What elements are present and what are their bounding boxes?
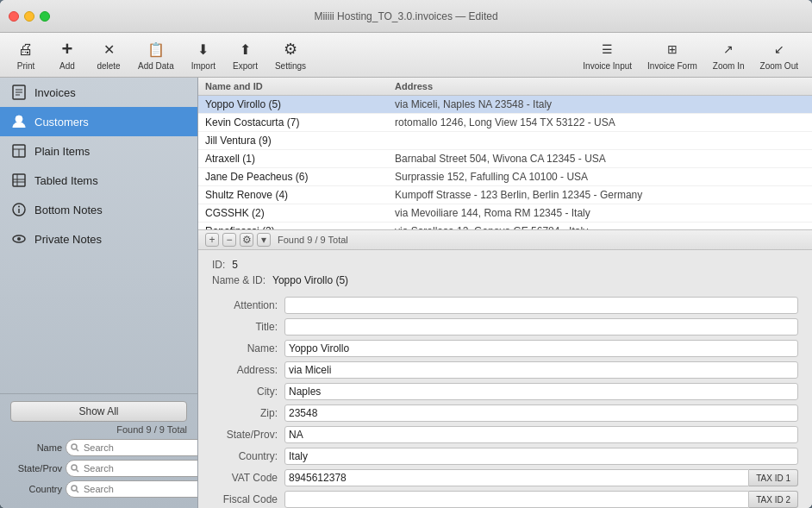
print-button[interactable]: 🖨 Print bbox=[7, 35, 45, 74]
zoom-out-icon: ↙ bbox=[769, 39, 790, 60]
row-name: Kevin Costacurta (7) bbox=[205, 116, 395, 129]
list-row[interactable]: Repofinassi (3) via Sarellosa 12, Genova… bbox=[198, 223, 812, 229]
list-row[interactable]: Jill Ventura (9) bbox=[198, 132, 812, 150]
settings-row-button[interactable]: ⚙ bbox=[240, 233, 253, 247]
tax-id-btn-8[interactable]: TAX ID 1 bbox=[749, 469, 798, 486]
info-icon bbox=[10, 201, 28, 218]
field-input-5[interactable] bbox=[284, 405, 798, 422]
list-row[interactable]: Jane De Peacheus (6) Surprassie 152, Faf… bbox=[198, 168, 812, 186]
close-button[interactable] bbox=[9, 11, 19, 22]
row-address: via Sarellosa 12, Genova GE 56784 - Ital… bbox=[395, 225, 805, 229]
sidebar-item-private-notes[interactable]: Private Notes bbox=[0, 224, 197, 254]
zoom-out-button[interactable]: ↙ Zoom Out bbox=[753, 35, 805, 74]
toolbar: 🖨 Print + Add ✕ delete 📋 Add Data ⬇ Impo… bbox=[0, 33, 812, 78]
id-value: 5 bbox=[232, 259, 238, 271]
add-button[interactable]: + Add bbox=[48, 35, 86, 74]
svg-point-16 bbox=[17, 237, 21, 241]
nav-row-button[interactable]: ▾ bbox=[257, 233, 271, 247]
delete-button[interactable]: ✕ delete bbox=[90, 35, 128, 74]
field-label-9: Fiscal Code bbox=[198, 493, 284, 505]
add-data-button[interactable]: 📋 Add Data bbox=[131, 35, 181, 74]
row-address: via Miceli, Naples NA 23548 - Italy bbox=[395, 98, 805, 110]
list-row[interactable]: CGSSHK (2) via Mevoiliare 144, Roma RM 1… bbox=[198, 204, 812, 223]
svg-point-4 bbox=[16, 116, 22, 122]
content-area: Name and ID Address Yoppo Virollo (5) vi… bbox=[198, 78, 812, 508]
sidebar-nav: Invoices Customers Plain Items bbox=[0, 78, 197, 393]
tax-id-btn-9[interactable]: TAX ID 2 bbox=[749, 491, 798, 508]
export-button[interactable]: ⬆ Export bbox=[226, 35, 265, 74]
row-name: Yoppo Virollo (5) bbox=[205, 98, 395, 110]
name-search-row: Name bbox=[10, 439, 187, 456]
field-label-1: Title: bbox=[198, 321, 284, 333]
field-label-3: Address: bbox=[198, 364, 284, 376]
settings-button[interactable]: ⚙ Settings bbox=[268, 35, 313, 74]
sidebar-item-plain-items[interactable]: Plain Items bbox=[0, 136, 197, 166]
detail-id-row: ID: 5 bbox=[198, 257, 812, 273]
customer-list: Name and ID Address Yoppo Virollo (5) vi… bbox=[198, 78, 812, 250]
form-row: Attention: bbox=[198, 295, 812, 316]
field-label-4: City: bbox=[198, 386, 284, 398]
add-data-icon: 📋 bbox=[146, 39, 166, 60]
field-label-6: State/Prov: bbox=[198, 429, 284, 441]
row-address: via Mevoiliare 144, Roma RM 12345 - Ital… bbox=[395, 207, 805, 219]
window-title: Miiiii Hosting_TO_3.0.invoices — Edited bbox=[314, 10, 497, 22]
state-search-input[interactable] bbox=[66, 460, 198, 477]
field-label-2: Name: bbox=[198, 342, 284, 354]
row-name: Repofinassi (3) bbox=[205, 225, 395, 229]
grid-icon bbox=[10, 172, 28, 189]
import-button[interactable]: ⬇ Import bbox=[184, 35, 222, 74]
list-row[interactable]: Kevin Costacurta (7) rotomallo 1246, Lon… bbox=[198, 114, 812, 132]
maximize-button[interactable] bbox=[40, 11, 50, 22]
form-row: Country: bbox=[198, 446, 812, 467]
minimize-button[interactable] bbox=[24, 11, 34, 22]
field-input-9[interactable] bbox=[284, 491, 749, 508]
field-input-2[interactable] bbox=[284, 340, 798, 357]
detail-nameid-row: Name & ID: Yoppo Virollo (5) bbox=[198, 273, 812, 288]
list-footer: + − ⚙ ▾ Found 9 / 9 Total bbox=[198, 229, 812, 249]
row-name: Shultz Renove (4) bbox=[205, 189, 395, 201]
sidebar-item-tabled-items[interactable]: Tabled Items bbox=[0, 166, 197, 195]
row-name: CGSSHK (2) bbox=[205, 207, 395, 219]
country-search-input[interactable] bbox=[66, 480, 198, 498]
sidebar-item-invoices[interactable]: Invoices bbox=[0, 78, 197, 107]
row-address: Kumpoff Strasse - 123 Berlin, Berlin 123… bbox=[395, 189, 805, 201]
export-icon: ⬆ bbox=[235, 39, 256, 60]
row-name: Atraxell (1) bbox=[205, 153, 395, 165]
remove-row-button[interactable]: − bbox=[222, 233, 236, 247]
list-row[interactable]: Atraxell (1) Barnabal Street 504, Wivona… bbox=[198, 150, 812, 168]
field-input-0[interactable] bbox=[284, 297, 798, 314]
delete-icon: ✕ bbox=[98, 39, 119, 60]
name-search-input[interactable] bbox=[66, 439, 198, 456]
invoice-form-icon: ⊞ bbox=[662, 39, 683, 60]
field-label-7: Country: bbox=[198, 450, 284, 462]
list-row[interactable]: Yoppo Virollo (5) via Miceli, Naples NA … bbox=[198, 96, 812, 114]
sidebar: Invoices Customers Plain Items bbox=[0, 78, 198, 508]
row-address: Barnabal Street 504, Wivona CA 12345 - U… bbox=[395, 153, 805, 165]
row-address: Surprassie 152, Fafulling CA 10100 - USA bbox=[395, 171, 805, 183]
field-input-7[interactable] bbox=[284, 448, 798, 465]
titlebar: Miiiii Hosting_TO_3.0.invoices — Edited bbox=[0, 0, 812, 33]
main-area: Invoices Customers Plain Items bbox=[0, 78, 812, 508]
invoice-form-button[interactable]: ⊞ Invoice Form bbox=[640, 35, 704, 74]
nameid-label: Name & ID: bbox=[212, 274, 265, 286]
row-address: rotomallo 1246, Long View 154 TX 53122 -… bbox=[395, 116, 805, 129]
zoom-in-button[interactable]: ↗ Zoom In bbox=[706, 35, 752, 74]
field-input-8[interactable] bbox=[284, 469, 749, 486]
show-all-button[interactable]: Show All bbox=[10, 401, 187, 422]
sidebar-item-bottom-notes[interactable]: Bottom Notes bbox=[0, 195, 197, 224]
detail-form: ID: 5 Name & ID: Yoppo Virollo (5) Atten… bbox=[198, 250, 812, 508]
field-input-1[interactable] bbox=[284, 318, 798, 336]
invoice-icon bbox=[10, 84, 28, 101]
state-search-row: State/Prov bbox=[10, 460, 187, 477]
person-icon bbox=[10, 113, 28, 130]
add-row-button[interactable]: + bbox=[205, 233, 219, 247]
field-input-4[interactable] bbox=[284, 383, 798, 400]
field-input-6[interactable] bbox=[284, 426, 798, 443]
sidebar-item-customers[interactable]: Customers bbox=[0, 107, 197, 136]
field-input-3[interactable] bbox=[284, 361, 798, 379]
invoice-input-button[interactable]: ☰ Invoice Input bbox=[576, 35, 639, 74]
form-row: City: bbox=[198, 381, 812, 402]
print-icon: 🖨 bbox=[16, 39, 36, 60]
svg-point-14 bbox=[18, 206, 20, 208]
list-row[interactable]: Shultz Renove (4) Kumpoff Strasse - 123 … bbox=[198, 186, 812, 204]
